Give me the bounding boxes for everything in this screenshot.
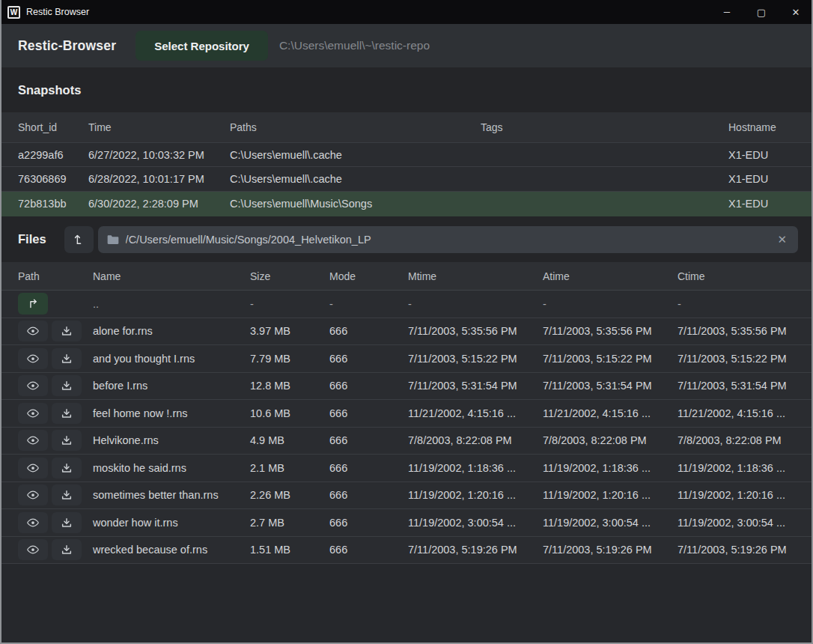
clear-path-icon[interactable]: ✕: [775, 233, 789, 246]
go-up-directory-button[interactable]: [64, 226, 94, 253]
column-header-path: Path: [10, 262, 85, 290]
eye-icon: [26, 461, 40, 475]
download-file-button[interactable]: [52, 484, 82, 505]
download-file-button[interactable]: [52, 348, 82, 369]
file-row: wonder how it.rns 2.7 MB 666 11/19/2002,…: [1, 509, 812, 537]
file-mode: 666: [322, 455, 401, 482]
file-mode: 666: [322, 373, 401, 400]
snapshot-tags: [473, 167, 721, 191]
download-icon: [61, 517, 73, 529]
column-header-size: Size: [243, 262, 322, 290]
file-size: 4.9 MB: [243, 428, 322, 455]
file-ctime: 11/19/2002, 3:00:54 ...: [670, 509, 803, 536]
download-file-button[interactable]: [52, 539, 82, 560]
column-header-ctime: Ctime: [670, 262, 803, 290]
snapshot-paths: C:\Users\emuell\.cache: [222, 167, 473, 191]
file-row: sometimes better than.rns 2.26 MB 666 11…: [1, 482, 812, 510]
file-atime: 7/8/2003, 8:22:08 PM: [535, 428, 670, 455]
snapshots-table-header: Short_id Time Paths Tags Hostname: [1, 112, 812, 142]
eye-icon: [26, 543, 40, 556]
file-row: alone for.rns 3.97 MB 666 7/11/2003, 5:3…: [1, 318, 812, 346]
snapshot-hostname: X1-EDU: [721, 143, 803, 166]
file-atime: 7/11/2003, 5:15:22 PM: [535, 345, 670, 372]
current-path-input[interactable]: /C/Users/emuell/Music/Songs/2004_Helveti…: [98, 226, 798, 253]
file-mtime: 7/11/2003, 5:31:54 PM: [401, 373, 535, 400]
column-header-tags: Tags: [473, 112, 721, 142]
file-atime: 7/11/2003, 5:19:26 PM: [535, 537, 670, 564]
select-repository-button[interactable]: Select Repository: [136, 31, 268, 61]
row-actions: [10, 482, 85, 509]
row-actions: [10, 537, 85, 564]
window-controls: – ▢ ✕: [710, 0, 813, 24]
row-actions: [10, 428, 85, 455]
file-mtime: 11/19/2002, 1:20:16 ...: [401, 482, 535, 509]
preview-file-button[interactable]: [18, 458, 48, 479]
row-actions: [10, 509, 85, 536]
download-file-button[interactable]: [52, 403, 82, 424]
repository-path: C:\Users\emuell\~\restic-repo: [279, 39, 430, 52]
preview-file-button[interactable]: [18, 321, 48, 341]
snapshot-time: 6/27/2022, 10:03:32 PM: [81, 143, 222, 166]
download-file-button[interactable]: [52, 458, 82, 479]
file-size: 10.6 MB: [243, 400, 322, 427]
snapshot-row[interactable]: 76306869 6/28/2022, 10:01:17 PM C:\Users…: [1, 167, 812, 192]
row-actions: [10, 373, 85, 400]
preview-file-button[interactable]: [18, 375, 48, 396]
close-button[interactable]: ✕: [779, 0, 813, 24]
preview-file-button[interactable]: [18, 348, 48, 369]
download-file-button[interactable]: [52, 321, 82, 341]
download-icon: [61, 434, 73, 446]
file-ctime: 7/11/2003, 5:15:22 PM: [670, 345, 803, 372]
file-mtime: 7/11/2003, 5:15:22 PM: [401, 345, 535, 372]
preview-file-button[interactable]: [18, 484, 48, 505]
file-ctime: 7/11/2003, 5:35:56 PM: [670, 318, 803, 345]
snapshot-row[interactable]: 72b813bb 6/30/2022, 2:28:09 PM C:\Users\…: [1, 192, 812, 216]
page-title: Restic-Browser: [18, 38, 116, 54]
download-file-button[interactable]: [52, 375, 82, 396]
minimize-button[interactable]: –: [710, 0, 744, 24]
column-header-short-id: Short_id: [10, 112, 81, 142]
snapshot-row[interactable]: a2299af6 6/27/2022, 10:03:32 PM C:\Users…: [1, 142, 812, 167]
file-name: and you thought I.rns: [85, 345, 243, 372]
title-bar-left: W Restic Browser: [0, 6, 89, 19]
corner-up-right-arrow-icon: [27, 297, 40, 310]
preview-file-button[interactable]: [18, 512, 48, 533]
file-name: before I.rns: [85, 373, 243, 400]
download-file-button[interactable]: [52, 512, 82, 533]
file-ctime: 11/19/2002, 1:18:36 ...: [670, 455, 803, 482]
file-mtime: -: [401, 291, 535, 318]
download-icon: [61, 353, 73, 365]
parent-directory-row: .. - - - - -: [1, 291, 812, 318]
file-atime: -: [535, 291, 670, 318]
file-ctime: -: [670, 291, 803, 318]
snapshot-time: 6/30/2022, 2:28:09 PM: [81, 192, 222, 216]
file-mtime: 11/21/2002, 4:15:16 ...: [401, 400, 535, 427]
files-table-header: Path Name Size Mode Mtime Atime Ctime: [1, 262, 812, 291]
preview-file-button[interactable]: [18, 430, 48, 451]
preview-file-button[interactable]: [18, 403, 48, 424]
header-bar: Restic-Browser Select Repository C:\User…: [1, 24, 812, 67]
row-actions: [10, 318, 85, 345]
window-title: Restic Browser: [26, 7, 89, 17]
file-atime: 7/11/2003, 5:31:54 PM: [535, 373, 670, 400]
file-size: 2.26 MB: [243, 482, 322, 509]
file-mtime: 11/19/2002, 3:00:54 ...: [401, 509, 535, 536]
file-ctime: 7/11/2003, 5:19:26 PM: [670, 537, 803, 564]
snapshot-tags: [473, 192, 721, 216]
file-mtime: 7/11/2003, 5:19:26 PM: [401, 537, 535, 564]
files-section-header: Files /C/Users/emuell/Music/Songs/2004_H…: [1, 216, 812, 262]
app-window: W Restic Browser – ▢ ✕ Restic-Browser Se…: [0, 0, 813, 644]
file-mode: 666: [322, 509, 401, 536]
file-row: wrecked because of.rns 1.51 MB 666 7/11/…: [1, 537, 812, 565]
snapshot-paths: C:\Users\emuell\.cache: [222, 143, 473, 166]
download-file-button[interactable]: [52, 430, 82, 451]
navigate-up-button[interactable]: [18, 293, 48, 315]
file-atime: 11/19/2002, 3:00:54 ...: [535, 509, 670, 536]
snapshot-hostname: X1-EDU: [721, 167, 803, 191]
file-ctime: 11/19/2002, 1:20:16 ...: [670, 482, 803, 509]
file-atime: 11/21/2002, 4:15:16 ...: [535, 400, 670, 427]
snapshot-time: 6/28/2022, 10:01:17 PM: [81, 167, 222, 191]
file-size: 2.1 MB: [243, 455, 322, 482]
maximize-button[interactable]: ▢: [744, 0, 779, 24]
preview-file-button[interactable]: [18, 539, 48, 560]
